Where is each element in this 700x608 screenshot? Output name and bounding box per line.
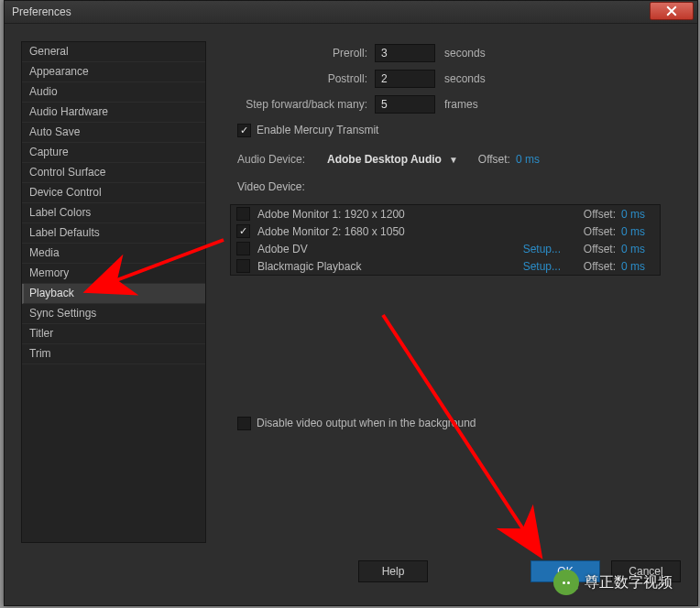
disable-bg-label: Disable video output when in the backgro… (257, 417, 476, 429)
window-title: Preferences (5, 5, 71, 18)
video-device-checkbox[interactable] (236, 259, 250, 273)
sidebar-item-auto-save[interactable]: Auto Save (22, 123, 205, 143)
step-label: Step forward/back many: (221, 98, 375, 111)
sidebar-item-memory[interactable]: Memory (22, 264, 205, 284)
video-device-offset-value[interactable]: 0 ms (621, 225, 654, 238)
audio-device-select[interactable]: Adobe Desktop Audio ▼ (323, 150, 462, 168)
sidebar-item-playback[interactable]: Playback (22, 284, 205, 304)
postroll-label: Postroll: (221, 72, 375, 85)
chat-bubble-icon (553, 570, 579, 595)
sidebar-item-trim[interactable]: Trim (22, 344, 205, 364)
video-device-offset-value[interactable]: 0 ms (621, 260, 654, 273)
video-device-offset-value[interactable]: 0 ms (621, 208, 654, 221)
sidebar-item-audio-hardware[interactable]: Audio Hardware (22, 103, 205, 123)
disable-bg-checkbox[interactable] (237, 417, 251, 430)
video-device-row[interactable]: Adobe Monitor 1: 1920 x 1200Offset:0 ms (231, 205, 660, 223)
video-device-offset-label: Offset: (575, 260, 621, 273)
sidebar-item-media[interactable]: Media (22, 244, 205, 264)
preroll-input[interactable] (375, 44, 435, 62)
video-device-name: Adobe Monitor 1: 1920 x 1200 (250, 208, 517, 221)
sidebar-item-titler[interactable]: Titler (22, 324, 205, 344)
video-device-setup-link[interactable]: Setup... (517, 243, 575, 255)
video-device-checkbox[interactable] (236, 242, 250, 255)
step-unit: frames (435, 98, 478, 111)
dialog-body: GeneralAppearanceAudioAudio HardwareAuto… (14, 34, 688, 594)
postroll-unit: seconds (435, 72, 486, 85)
help-button[interactable]: Help (358, 560, 428, 582)
sidebar-item-general[interactable]: General (22, 42, 205, 62)
video-device-list: Adobe Monitor 1: 1920 x 1200Offset:0 msA… (230, 204, 661, 276)
sidebar-item-capture[interactable]: Capture (22, 143, 205, 163)
sidebar-item-sync-settings[interactable]: Sync Settings (22, 304, 205, 324)
titlebar: Preferences (5, 1, 697, 24)
video-device-checkbox[interactable] (236, 224, 250, 238)
video-device-setup-link[interactable]: Setup... (517, 260, 575, 273)
close-icon (666, 5, 677, 16)
audio-device-label: Audio Device: (221, 153, 323, 166)
mercury-label: Enable Mercury Transmit (257, 124, 378, 136)
preroll-label: Preroll: (221, 47, 375, 60)
mercury-checkbox[interactable] (237, 124, 251, 137)
preferences-sidebar: GeneralAppearanceAudioAudio HardwareAuto… (21, 41, 206, 543)
watermark-text: 尊正数字视频 (585, 573, 673, 592)
close-button[interactable] (650, 2, 694, 20)
postroll-input[interactable] (375, 70, 435, 88)
playback-panel: Preroll: seconds Postroll: seconds Step … (221, 41, 688, 543)
sidebar-item-control-surface[interactable]: Control Surface (22, 163, 205, 183)
video-device-row[interactable]: Adobe Monitor 2: 1680 x 1050Offset:0 ms (231, 223, 660, 240)
preroll-unit: seconds (435, 47, 486, 60)
video-device-label: Video Device: (221, 180, 305, 193)
audio-offset-label: Offset: (478, 153, 516, 166)
mercury-checkbox-row[interactable]: Enable Mercury Transmit (237, 124, 378, 137)
sidebar-item-appearance[interactable]: Appearance (22, 62, 205, 82)
preferences-window: Preferences GeneralAppearanceAudioAudio … (4, 0, 698, 606)
watermark: 尊正数字视频 (553, 570, 673, 595)
audio-offset-value[interactable]: 0 ms (516, 153, 540, 166)
video-device-offset-label: Offset: (575, 225, 621, 238)
audio-device-value: Adobe Desktop Audio (327, 153, 442, 166)
sidebar-item-label-defaults[interactable]: Label Defaults (22, 223, 205, 244)
video-device-row[interactable]: Blackmagic PlaybackSetup...Offset:0 ms (231, 257, 660, 275)
video-device-offset-value[interactable]: 0 ms (621, 243, 654, 255)
video-device-checkbox[interactable] (236, 207, 250, 221)
video-device-row[interactable]: Adobe DVSetup...Offset:0 ms (231, 240, 660, 257)
video-device-name: Adobe DV (250, 243, 517, 255)
chevron-down-icon: ▼ (449, 155, 458, 165)
video-device-name: Adobe Monitor 2: 1680 x 1050 (250, 225, 517, 238)
video-device-offset-label: Offset: (575, 208, 621, 221)
sidebar-item-audio[interactable]: Audio (22, 82, 205, 103)
sidebar-item-device-control[interactable]: Device Control (22, 183, 205, 203)
step-input[interactable] (375, 95, 435, 114)
video-device-offset-label: Offset: (575, 243, 621, 255)
video-device-name: Blackmagic Playback (250, 260, 517, 273)
sidebar-item-label-colors[interactable]: Label Colors (22, 203, 205, 223)
